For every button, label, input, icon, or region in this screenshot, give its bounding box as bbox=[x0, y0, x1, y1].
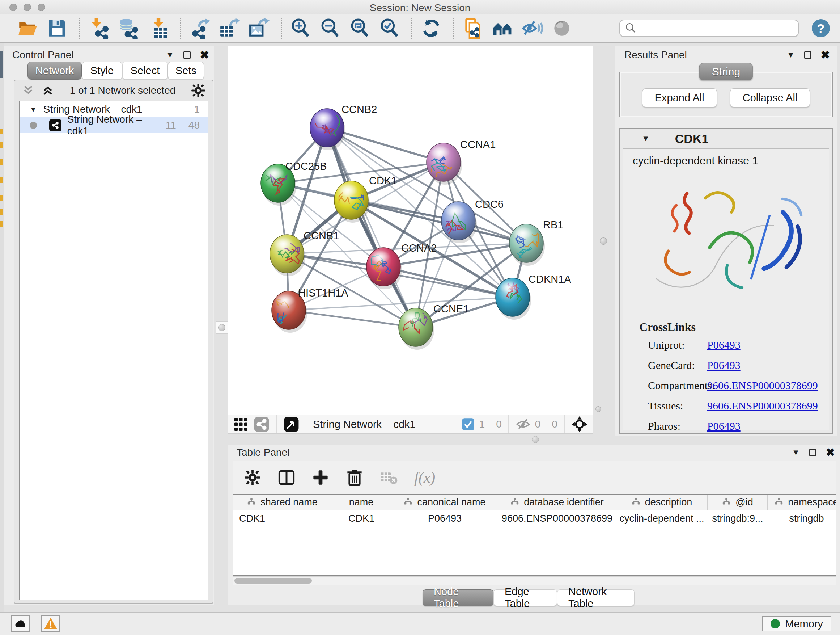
crosslink-link[interactable]: P06493 bbox=[707, 339, 741, 351]
close-panel-icon[interactable]: ✖ bbox=[821, 50, 830, 60]
tab-select[interactable]: Select bbox=[122, 62, 168, 80]
network-node-CDKN1A[interactable]: CDKN1A bbox=[496, 273, 571, 320]
tab-style[interactable]: Style bbox=[82, 62, 122, 80]
column-header-database-identifier[interactable]: database identifier bbox=[498, 494, 616, 510]
gene-section-header[interactable]: ▼ CDK1 bbox=[620, 129, 832, 149]
float-panel-icon[interactable] bbox=[804, 51, 812, 59]
network-node-CCNA1[interactable]: CCNA1 bbox=[426, 139, 496, 185]
show-columns-icon[interactable] bbox=[278, 469, 295, 486]
collapse-all-icon[interactable] bbox=[21, 84, 35, 97]
export-image-button[interactable] bbox=[248, 17, 270, 39]
tab-network-table[interactable]: Network Table bbox=[557, 589, 635, 606]
crosslink-link[interactable]: P06493 bbox=[707, 420, 741, 432]
selected-checkbox-icon[interactable] bbox=[462, 418, 475, 431]
panel-menu-icon[interactable]: ▼ bbox=[787, 51, 795, 59]
search-input[interactable] bbox=[637, 23, 794, 34]
zoom-selected-button[interactable] bbox=[379, 17, 401, 39]
memory-button[interactable]: Memory bbox=[762, 616, 831, 631]
fit-selected-crosshair-icon[interactable] bbox=[571, 416, 588, 432]
birds-eye-grid-icon[interactable] bbox=[233, 417, 248, 432]
column-header-canonical-name[interactable]: canonical name bbox=[392, 494, 498, 510]
section-expander-icon[interactable]: ▼ bbox=[642, 135, 650, 143]
gear-icon[interactable] bbox=[190, 82, 206, 98]
table-horizontal-scrollbar[interactable] bbox=[233, 576, 836, 585]
crosslink-link[interactable]: 9606.ENSP00000378699 bbox=[707, 400, 818, 412]
delete-column-icon[interactable] bbox=[346, 469, 363, 486]
zoom-fit-button[interactable] bbox=[349, 17, 371, 39]
import-network-database-button[interactable] bbox=[118, 17, 139, 39]
network-row-selected[interactable]: String Network – cdk1 11 48 bbox=[19, 117, 208, 133]
hidden-count: 0 – 0 bbox=[535, 418, 557, 430]
help-button[interactable]: ? bbox=[812, 19, 830, 37]
results-panel: Results Panel ▼ ✖ String Expand All Coll… bbox=[615, 46, 837, 436]
collapse-all-button[interactable]: Collapse All bbox=[730, 88, 810, 107]
network-canvas[interactable]: CCNB2CCNA1CDC25BCDK1CDC6RB1CCNB1CCNA2CDK… bbox=[228, 46, 593, 415]
tree-expander-icon[interactable]: ▼ bbox=[30, 106, 37, 113]
table-cell[interactable]: stringdb bbox=[767, 510, 836, 526]
column-header-name[interactable]: name bbox=[332, 494, 392, 510]
panel-menu-icon[interactable]: ▼ bbox=[166, 51, 174, 59]
network-node-CCNB1[interactable]: CCNB1 bbox=[270, 230, 339, 276]
tab-network[interactable]: Network bbox=[27, 62, 82, 80]
table-cell[interactable]: P06493 bbox=[392, 510, 498, 526]
expand-all-icon[interactable] bbox=[41, 84, 55, 97]
horizontal-splitter[interactable] bbox=[228, 434, 840, 445]
add-column-icon[interactable] bbox=[311, 469, 330, 486]
column-header-namespace[interactable]: namespace bbox=[767, 494, 836, 510]
network-node-CCNE1[interactable]: CCNE1 bbox=[399, 303, 469, 350]
cloud-status-button[interactable] bbox=[11, 616, 30, 632]
search-box[interactable] bbox=[619, 19, 799, 37]
table-cell[interactable]: cyclin-dependent ... bbox=[616, 510, 707, 526]
table-cell[interactable]: CDK1 bbox=[332, 510, 392, 526]
crosslinks-section: CrossLinks Uniprot:P06493GeneCard:P06493… bbox=[639, 320, 818, 440]
first-neighbors-button[interactable] bbox=[462, 17, 484, 39]
column-header--id[interactable]: @id bbox=[707, 494, 767, 510]
zoom-out-button[interactable] bbox=[319, 17, 341, 39]
tab-sets[interactable]: Sets bbox=[168, 62, 204, 80]
expand-all-button[interactable]: Expand All bbox=[642, 88, 717, 107]
node-table-grid[interactable]: shared namenamecanonical namedatabase id… bbox=[233, 494, 836, 576]
crosslink-row: GeneCard:P06493 bbox=[639, 359, 818, 371]
table-cell[interactable]: 9606.ENSP00000378699 bbox=[498, 510, 616, 526]
close-panel-icon[interactable]: ✖ bbox=[200, 50, 209, 60]
import-table-file-button[interactable] bbox=[147, 17, 169, 39]
network-node-CDC6[interactable]: CDC6 bbox=[441, 198, 504, 243]
open-session-button[interactable] bbox=[17, 17, 38, 39]
network-node-RB1[interactable]: RB1 bbox=[509, 219, 563, 266]
open-in-window-icon[interactable] bbox=[283, 416, 299, 432]
show-graphics-details-button[interactable] bbox=[551, 17, 573, 39]
float-panel-icon[interactable] bbox=[809, 449, 816, 456]
import-network-file-button[interactable] bbox=[88, 17, 110, 39]
network-edge-HIST1H1A-CCNE1[interactable] bbox=[289, 310, 416, 327]
show-all-button[interactable] bbox=[492, 17, 513, 39]
panel-menu-icon[interactable]: ▼ bbox=[792, 448, 800, 456]
network-node-CDC25B[interactable]: CDC25B bbox=[261, 160, 327, 206]
hide-selected-button[interactable] bbox=[521, 17, 543, 39]
splitter-handle[interactable] bbox=[216, 321, 228, 334]
save-session-button[interactable] bbox=[46, 17, 68, 39]
warnings-button[interactable] bbox=[41, 616, 60, 632]
network-node-HIST1H1A[interactable]: HIST1H1A bbox=[272, 287, 348, 333]
tab-edge-table[interactable]: Edge Table bbox=[493, 589, 557, 606]
close-panel-icon[interactable]: ✖ bbox=[826, 447, 835, 458]
table-gear-icon[interactable] bbox=[243, 469, 262, 486]
network-type-icon[interactable] bbox=[254, 416, 270, 432]
tab-node-table[interactable]: Node Table bbox=[423, 589, 493, 606]
export-table-button[interactable] bbox=[218, 17, 240, 39]
column-header-shared-name[interactable]: shared name bbox=[233, 494, 332, 510]
tab-string[interactable]: String bbox=[699, 63, 753, 80]
float-panel-icon[interactable] bbox=[183, 51, 191, 59]
table-cell[interactable]: stringdb:9... bbox=[707, 510, 767, 526]
crosslink-link[interactable]: P06493 bbox=[707, 359, 741, 371]
splitter-gutter[interactable] bbox=[594, 46, 615, 434]
column-header-description[interactable]: description bbox=[616, 494, 707, 510]
export-network-button[interactable] bbox=[189, 17, 210, 39]
scrollbar-thumb[interactable] bbox=[234, 578, 312, 584]
table-cell[interactable]: CDK1 bbox=[233, 510, 332, 526]
zoom-in-button[interactable] bbox=[290, 17, 311, 39]
status-bar: Memory bbox=[0, 612, 840, 635]
crosslink-link[interactable]: 9606.ENSP00000378699 bbox=[707, 379, 818, 392]
apply-layout-button[interactable] bbox=[420, 17, 442, 39]
table-row[interactable]: CDK1CDK1P064939606.ENSP00000378699cyclin… bbox=[233, 510, 836, 526]
search-icon bbox=[624, 22, 637, 35]
